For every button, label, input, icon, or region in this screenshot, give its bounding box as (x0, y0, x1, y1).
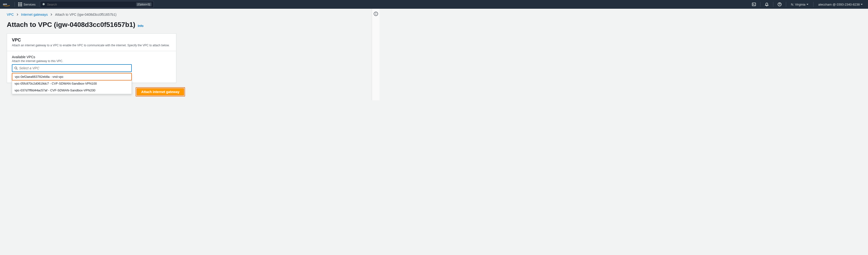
svg-point-5 (15, 67, 17, 69)
attach-button-highlight: Attach internet gateway (135, 87, 185, 96)
divider (760, 2, 761, 7)
main-content: VPC Internet gateways Attach to VPC (igw… (0, 9, 372, 101)
help-panel-toggle[interactable] (372, 9, 379, 101)
info-link[interactable]: Info (138, 24, 144, 28)
divider (14, 2, 15, 7)
svg-text:aws: aws (3, 3, 7, 5)
panel-title: VPC (12, 37, 171, 42)
search-icon (14, 66, 18, 70)
attach-button[interactable]: Attach internet gateway (136, 88, 184, 95)
svg-line-2 (44, 5, 45, 6)
global-search[interactable]: [Option+S] (40, 1, 154, 8)
services-label: Services (24, 3, 36, 6)
aws-logo[interactable]: aws (3, 2, 10, 6)
search-shortcut: [Option+S] (136, 2, 152, 6)
notifications-button[interactable] (763, 1, 771, 8)
vpc-dropdown-list: vpc-0ef2aea663782eb8a - vnd-vpc vpc-05fc… (12, 73, 132, 94)
divider (773, 2, 773, 7)
help-button[interactable] (776, 1, 783, 8)
vpc-select[interactable] (12, 64, 132, 72)
search-input[interactable] (47, 3, 136, 6)
account-label: aleccham @ 0393-2340-8238 (818, 3, 860, 6)
chevron-right-icon (16, 12, 19, 17)
region-label: N. Virginia (791, 3, 806, 6)
top-nav: aws Services [Option+S] N. Virginia alec… (0, 0, 868, 9)
chevron-down-icon (806, 4, 808, 5)
terminal-icon (752, 2, 756, 6)
svg-rect-3 (752, 3, 755, 6)
field-description: Attach the internet gateway to this VPC. (12, 59, 171, 63)
chevron-right-icon (50, 12, 53, 17)
page-title: Attach to VPC (igw-0408d3cc0f51657b1) (7, 21, 135, 29)
breadcrumb-link-vpc[interactable]: VPC (7, 12, 14, 17)
services-menu-button[interactable]: Services (16, 1, 37, 7)
vpc-option[interactable]: vpc-05fc870c2d0619dc7 - CVF-SDWAN-Sandbo… (12, 80, 131, 87)
vpc-option[interactable]: vpc-0ef2aea663782eb8a - vnd-vpc (12, 73, 132, 81)
vpc-panel: VPC Attach an internet gateway to a VPC … (7, 33, 176, 83)
search-icon (42, 3, 45, 6)
panel-description: Attach an internet gateway to a VPC to e… (12, 44, 171, 47)
breadcrumb-link-igw[interactable]: Internet gateways (21, 12, 48, 17)
breadcrumb: VPC Internet gateways Attach to VPC (igw… (7, 12, 365, 17)
grid-icon (18, 2, 22, 6)
breadcrumb-current: Attach to VPC (igw-0408d3cc0f51657b1) (55, 12, 117, 17)
region-selector[interactable]: N. Virginia (788, 2, 811, 7)
svg-line-6 (17, 69, 18, 70)
vpc-option[interactable]: vpc-037d7ff8d44ac57af - CVF-SDWAN-Sandbo… (12, 87, 131, 94)
svg-point-9 (376, 13, 376, 13)
divider (786, 2, 786, 7)
chevron-down-icon (861, 4, 863, 5)
header-right: N. Virginia aleccham @ 0393-2340-8238 (750, 1, 865, 8)
cloudshell-button[interactable] (750, 1, 758, 8)
help-icon (778, 2, 781, 6)
field-label: Available VPCs (12, 55, 171, 59)
bell-icon (765, 2, 769, 6)
info-icon (374, 13, 378, 17)
svg-point-1 (42, 3, 45, 5)
account-selector[interactable]: aleccham @ 0393-2340-8238 (816, 2, 865, 7)
vpc-select-input[interactable] (19, 66, 129, 70)
